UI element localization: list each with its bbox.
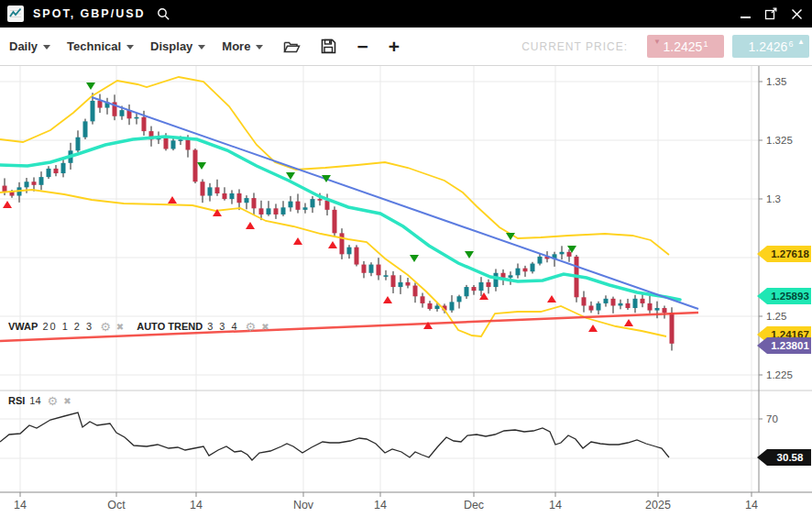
ask-price-value: 1.2426 (749, 39, 788, 54)
ask-pip-digit: 6 (788, 39, 793, 49)
close-icon[interactable]: ✖ (261, 322, 269, 332)
minimize-button[interactable] (739, 7, 752, 20)
buy-signal-triangle-icon (246, 222, 255, 229)
indicator-label-vwap: VWAP 20 1 2 3 ⚙ ✖ AUTO TREND 3 3 4 ⚙ ✖ (8, 321, 269, 332)
toolbar: Daily Technical Display More (0, 28, 812, 66)
zoom-out-button[interactable]: − (357, 38, 368, 56)
chevron-down-icon (43, 45, 50, 50)
window-controls (739, 7, 812, 20)
price-axis-label: 1.25 (766, 311, 786, 322)
menu-more-label: More (222, 39, 250, 53)
time-axis-label: 14 (374, 499, 387, 512)
price-badge-value: 30.58 (777, 452, 804, 463)
time-axis-label: 14 (190, 499, 203, 512)
sell-signal-triangle-icon (197, 162, 206, 170)
menu-more[interactable]: More (222, 39, 263, 53)
menu-technical-label: Technical (67, 39, 121, 53)
menu-daily-label: Daily (9, 39, 38, 53)
gear-icon[interactable]: ⚙ (48, 396, 59, 406)
gear-icon[interactable]: ⚙ (100, 322, 111, 332)
ask-price-badge: 1.24266 ▲ (732, 35, 809, 58)
vwap-params: 20 1 2 3 (42, 321, 93, 332)
rsi-axis-label: 70 (766, 413, 778, 424)
time-axis-label: 14 (14, 499, 27, 512)
zoom-in-button[interactable]: + (389, 38, 400, 56)
price-badge-value: 1.25893 (771, 291, 809, 302)
close-icon[interactable]: ✖ (116, 322, 124, 332)
close-icon[interactable]: ✖ (63, 396, 71, 406)
close-icon[interactable] (790, 7, 803, 20)
app-logo-icon (7, 6, 24, 22)
open-folder-icon[interactable] (283, 39, 301, 54)
menu-display-label: Display (150, 39, 192, 53)
time-axis-label: 14 (549, 499, 562, 512)
chevron-down-icon (198, 45, 205, 50)
sell-signal-triangle-icon (410, 255, 419, 262)
vwap-name: VWAP (8, 321, 38, 332)
rsi-params: 14 (29, 395, 40, 406)
rsi-group (0, 412, 669, 460)
rsi-name: RSI (8, 395, 25, 406)
buy-signal-triangle-icon (588, 324, 598, 332)
chart-canvas[interactable]: 1.351.3251.31.251.2257014Oct14Nov14Dec14… (0, 65, 812, 517)
price-badge-value: 1.27618 (771, 248, 809, 259)
indicator-label-rsi: RSI 14 ⚙ ✖ (8, 395, 71, 406)
time-axis-label: Oct (107, 499, 126, 512)
popout-button[interactable] (764, 7, 777, 20)
autotrend-params: 3 3 4 (207, 321, 238, 332)
overlay-lines-group (0, 77, 698, 341)
buy-signal-triangle-icon (383, 296, 392, 303)
moving-average-line (0, 137, 680, 300)
time-axis-label: Nov (293, 499, 314, 512)
current-price-area: CURRENT PRICE: ▼ 1.24251 1.24266 ▲ (521, 35, 812, 58)
search-icon[interactable] (157, 7, 170, 21)
tick-down-icon: ▼ (653, 38, 661, 46)
sell-signal-triangle-icon (86, 82, 95, 90)
current-price-label: CURRENT PRICE: (521, 40, 628, 53)
buy-signal-triangle-icon (624, 319, 633, 326)
save-icon[interactable] (321, 38, 336, 54)
gear-icon[interactable]: ⚙ (246, 322, 257, 332)
buy-signal-triangle-icon (293, 237, 302, 245)
axes-group: 1.351.3251.31.251.2257014Oct14Nov14Dec14… (0, 66, 812, 512)
price-chart-svg[interactable]: 1.351.3251.31.251.2257014Oct14Nov14Dec14… (0, 65, 812, 517)
bid-price-value: 1.2425 (664, 39, 703, 54)
buy-signal-triangle-icon (168, 196, 177, 204)
buy-signal-triangle-icon (3, 201, 12, 208)
bid-pip-digit: 1 (703, 39, 708, 49)
rsi-line (0, 412, 669, 460)
tick-up-icon: ▲ (797, 38, 805, 46)
price-axis-label: 1.325 (766, 135, 793, 146)
chart-app-window: SPOT, GBP/USD (0, 0, 812, 517)
chevron-down-icon (126, 45, 134, 50)
axis-badges-group: 1.276181.258931.241671.2380130.58 (757, 246, 811, 466)
menu-technical[interactable]: Technical (67, 39, 134, 53)
bid-price-badge: ▼ 1.24251 (647, 35, 724, 58)
price-axis-label: 1.35 (766, 76, 786, 87)
time-axis-label: Dec (464, 499, 484, 512)
chevron-down-icon (256, 45, 263, 50)
menu-daily[interactable]: Daily (9, 39, 50, 53)
signal-triangles-group (3, 82, 633, 332)
buy-signal-triangle-icon (328, 241, 337, 248)
time-axis-label: 14 (745, 499, 758, 512)
price-badge-value: 1.23801 (771, 340, 809, 351)
price-axis-label: 1.225 (766, 369, 793, 380)
price-axis-label: 1.3 (766, 193, 781, 204)
window-title: SPOT, GBP/USD (33, 7, 146, 20)
autotrend-name: AUTO TREND (137, 321, 203, 332)
menu-display[interactable]: Display (150, 39, 205, 53)
title-bar: SPOT, GBP/USD (0, 0, 812, 28)
time-axis-label: 2025 (645, 499, 671, 512)
